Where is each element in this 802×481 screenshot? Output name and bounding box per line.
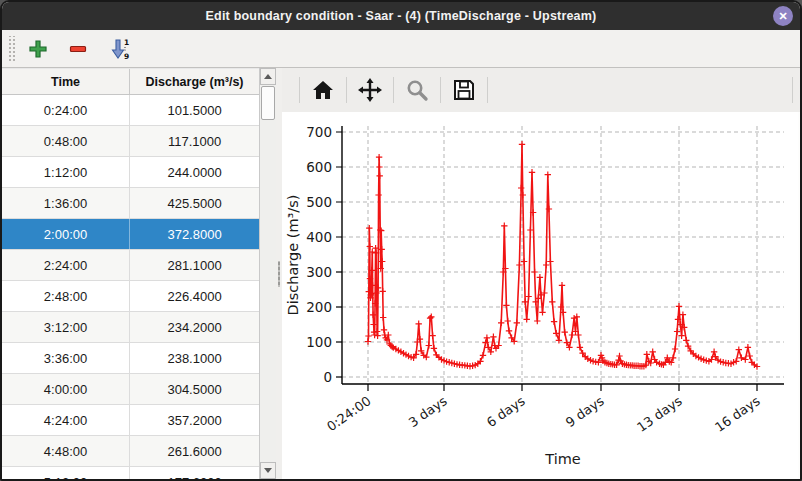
splitter-handle-icon (278, 261, 280, 287)
time-cell[interactable]: 3:12:00 (2, 312, 130, 342)
chart-panel: 01002003004005006007000:24:003 days6 day… (282, 68, 800, 479)
svg-text:6 days: 6 days (484, 393, 528, 430)
time-discharge-table[interactable]: Time Discharge (m³/s) 0:24:00101.50000:4… (2, 68, 259, 479)
scrollbar-thumb[interactable] (261, 86, 275, 120)
close-button[interactable]: ✕ (773, 6, 793, 26)
toolbar-separator (299, 77, 300, 103)
remove-row-button[interactable] (66, 36, 92, 62)
table-row[interactable]: 2:48:00226.4000 (2, 281, 259, 312)
table-row[interactable]: 1:36:00425.5000 (2, 188, 259, 219)
chart-toolbar (282, 68, 800, 112)
svg-text:100: 100 (306, 334, 332, 350)
time-discharge-table-panel: Time Discharge (m³/s) 0:24:00101.50000:4… (2, 68, 276, 479)
save-figure-button[interactable] (448, 74, 480, 106)
toolbar-separator (393, 77, 394, 103)
time-cell[interactable]: 2:48:00 (2, 281, 130, 311)
toolbar-drag-handle[interactable] (7, 36, 16, 62)
svg-text:16 days: 16 days (712, 393, 763, 435)
svg-text:1: 1 (124, 38, 129, 47)
svg-text:3 days: 3 days (406, 393, 450, 430)
toolbar-separator (487, 77, 488, 103)
discharge-cell[interactable]: 357.2000 (130, 405, 259, 435)
svg-text:400: 400 (306, 229, 332, 245)
scroll-down-button[interactable] (260, 462, 276, 479)
discharge-cell[interactable]: 281.1000 (130, 250, 259, 280)
discharge-cell[interactable]: 234.2000 (130, 312, 259, 342)
table-row[interactable]: 2:24:00281.1000 (2, 250, 259, 281)
svg-text:200: 200 (306, 299, 332, 315)
pan-icon (358, 78, 382, 102)
time-cell[interactable]: 5:12:00 (2, 467, 130, 479)
discharge-cell[interactable]: 238.1000 (130, 343, 259, 373)
toolbar-separator (346, 77, 347, 103)
svg-text:300: 300 (306, 264, 332, 280)
column-header-discharge[interactable]: Discharge (m³/s) (130, 69, 259, 94)
discharge-cell[interactable]: 117.1000 (130, 126, 259, 156)
home-icon (311, 78, 335, 102)
minus-icon (68, 39, 88, 59)
table-row[interactable]: 0:24:00101.5000 (2, 95, 259, 126)
arrow-up-icon (264, 74, 272, 79)
time-cell[interactable]: 2:24:00 (2, 250, 130, 280)
titlebar[interactable]: Edit boundary condition - Saar - (4) (Ti… (2, 2, 800, 30)
table-row[interactable]: 4:00:00304.5000 (2, 374, 259, 405)
time-cell[interactable]: 1:36:00 (2, 188, 130, 218)
discharge-time-chart[interactable]: 01002003004005006007000:24:003 days6 day… (282, 112, 798, 479)
pan-button[interactable] (354, 74, 386, 106)
discharge-cell[interactable]: 372.8000 (130, 219, 259, 249)
time-cell[interactable]: 4:00:00 (2, 374, 130, 404)
main-content: Time Discharge (m³/s) 0:24:00101.50000:4… (2, 68, 800, 479)
table-body: 0:24:00101.50000:48:00117.10001:12:00244… (2, 95, 259, 479)
arrow-down-icon (264, 468, 272, 473)
discharge-cell[interactable]: 261.6000 (130, 436, 259, 466)
reset-view-button[interactable] (307, 74, 339, 106)
x-axis-label: Time (544, 451, 581, 467)
time-cell[interactable]: 4:24:00 (2, 405, 130, 435)
sort-rows-button[interactable]: 1 9 (106, 36, 132, 62)
toolbar-separator (792, 77, 793, 103)
close-icon: ✕ (778, 11, 787, 22)
discharge-cell[interactable]: 101.5000 (130, 95, 259, 125)
time-cell[interactable]: 0:24:00 (2, 95, 130, 125)
table-row[interactable]: 3:12:00234.2000 (2, 312, 259, 343)
table-row[interactable]: 4:24:00357.2000 (2, 405, 259, 436)
time-cell[interactable]: 1:12:00 (2, 157, 130, 187)
svg-text:0:24:00: 0:24:00 (324, 393, 374, 434)
discharge-cell[interactable]: 304.5000 (130, 374, 259, 404)
discharge-cell[interactable]: 226.4000 (130, 281, 259, 311)
table-toolbar: 1 9 (2, 30, 800, 68)
time-cell[interactable]: 0:48:00 (2, 126, 130, 156)
sort-ascending-icon: 1 9 (108, 38, 130, 60)
svg-text:600: 600 (306, 159, 332, 175)
table-row[interactable]: 1:12:00244.0000 (2, 157, 259, 188)
window-title: Edit boundary condition - Saar - (4) (Ti… (206, 9, 597, 23)
table-header: Time Discharge (m³/s) (2, 68, 259, 95)
scrollbar-track[interactable] (260, 85, 276, 462)
column-header-time[interactable]: Time (2, 69, 130, 94)
svg-text:13 days: 13 days (634, 393, 685, 435)
table-row[interactable]: 0:48:00117.1000 (2, 126, 259, 157)
time-cell[interactable]: 3:36:00 (2, 343, 130, 373)
svg-text:9 days: 9 days (563, 393, 607, 430)
table-row[interactable]: 2:00:00372.8000 (2, 219, 259, 250)
discharge-cell[interactable]: 244.0000 (130, 157, 259, 187)
svg-text:9: 9 (124, 52, 129, 60)
y-axis-label: Discharge (m³/s) (285, 195, 301, 316)
time-cell[interactable]: 2:00:00 (2, 219, 130, 249)
scroll-up-button[interactable] (260, 68, 276, 85)
svg-text:0: 0 (323, 369, 332, 385)
zoom-rect-button[interactable] (401, 74, 433, 106)
add-row-button[interactable] (26, 36, 52, 62)
discharge-cell[interactable]: 177.6000 (130, 467, 259, 479)
svg-text:500: 500 (306, 194, 332, 210)
save-icon (452, 78, 476, 102)
discharge-cell[interactable]: 425.5000 (130, 188, 259, 218)
table-row[interactable]: 5:12:00177.6000 (2, 467, 259, 479)
toolbar-separator (440, 77, 441, 103)
table-row[interactable]: 4:48:00261.6000 (2, 436, 259, 467)
plus-icon (28, 39, 48, 59)
time-cell[interactable]: 4:48:00 (2, 436, 130, 466)
svg-text:700: 700 (306, 124, 332, 140)
table-scrollbar[interactable] (259, 68, 276, 479)
table-row[interactable]: 3:36:00238.1000 (2, 343, 259, 374)
